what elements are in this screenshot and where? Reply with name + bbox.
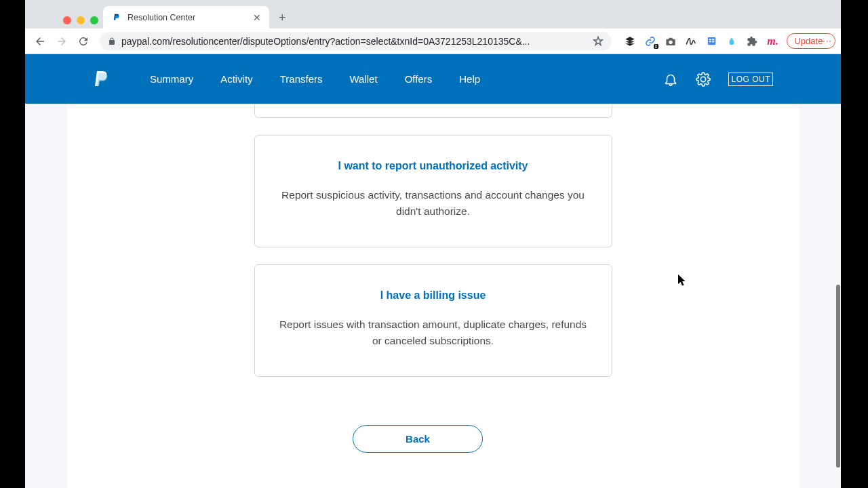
svg-rect-4 [712,41,714,43]
tab-close-icon[interactable]: ✕ [253,12,261,23]
browser-toolbar: paypal.com/resolutioncenter/disputeOptio… [25,28,841,54]
letterbox-right [841,0,868,488]
nav-wallet[interactable]: Wallet [350,73,378,85]
scrollbar[interactable] [835,54,841,488]
back-button[interactable]: Back [353,425,483,453]
new-tab-button[interactable]: + [279,11,286,25]
extension-flame-icon[interactable] [726,35,738,47]
window-close-button[interactable] [63,16,71,24]
option-desc: Report suspicious activity, transactions… [275,187,591,220]
tab-title: Resolution Center [127,13,248,22]
svg-rect-0 [708,37,715,45]
option-card-billing[interactable]: I have a billing issue Report issues wit… [254,264,612,377]
back-button[interactable] [31,32,50,51]
window-minimize-button[interactable] [77,16,85,24]
svg-rect-3 [709,41,711,43]
lock-icon [108,37,116,45]
settings-gear-icon[interactable] [696,72,711,87]
extension-puzzle-icon[interactable] [746,35,758,47]
option-desc: Report issues with transaction amount, d… [275,317,591,349]
nav-activity[interactable]: Activity [220,73,253,85]
address-bar[interactable]: paypal.com/resolutioncenter/disputeOptio… [100,32,612,51]
svg-rect-2 [712,39,714,40]
nav-offers[interactable]: Offers [405,73,433,85]
window-maximize-button[interactable] [90,16,98,24]
logout-button[interactable]: LOG OUT [728,73,773,86]
nav-summary[interactable]: Summary [150,73,193,85]
page-content: Summary Activity Transfers Wallet Offers… [25,54,841,488]
extension-signature-icon[interactable] [685,35,697,47]
site-header: Summary Activity Transfers Wallet Offers… [25,54,841,104]
option-card-unauthorized[interactable]: I want to report unauthorized activity R… [254,135,612,247]
browser-tab[interactable]: Resolution Center ✕ [103,6,269,29]
browser-update-button[interactable]: Update ⋮ [787,33,835,49]
nav-transfers[interactable]: Transfers [280,73,323,85]
extension-camera-icon[interactable] [665,35,677,47]
content-panel: I want to report unauthorized activity R… [67,104,800,488]
svg-rect-1 [709,39,711,40]
nav-help[interactable]: Help [459,73,480,85]
scrollbar-thumb[interactable] [836,285,840,468]
reload-button[interactable] [74,32,93,51]
tab-strip: Resolution Center ✕ + [103,5,841,29]
notifications-bell-icon[interactable] [663,72,678,87]
option-title: I want to report unauthorized activity [275,160,591,172]
url-text: paypal.com/resolutioncenter/disputeOptio… [121,36,587,47]
window-controls [63,16,98,24]
extension-m-icon[interactable]: m. [766,35,778,47]
extension-sheets-icon[interactable] [705,35,717,47]
update-label: Update [794,36,823,46]
extension-link-icon[interactable]: 0 [644,35,656,47]
primary-nav: Summary Activity Transfers Wallet Offers… [150,73,480,85]
bookmark-star-icon[interactable] [593,36,604,47]
extension-icons: 0 m. [618,35,784,47]
paypal-favicon-icon [111,12,122,23]
option-title: I have a billing issue [275,289,591,302]
paypal-logo-icon[interactable] [93,70,109,89]
extension-buffer-icon[interactable] [624,35,636,47]
menu-dots-icon: ⋮ [825,37,828,45]
option-card-partial[interactable] [254,104,612,118]
forward-button[interactable] [52,32,71,51]
